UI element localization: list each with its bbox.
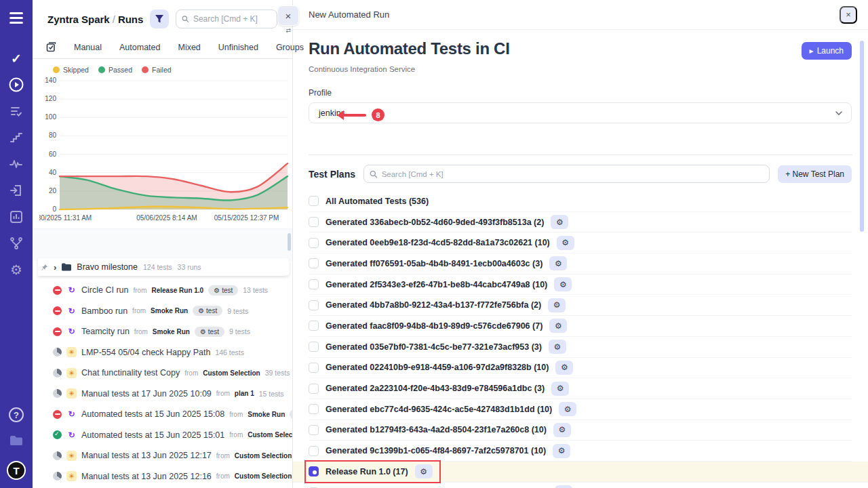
milestone-row[interactable]: › Bravo milestone 124 tests 33 runs xyxy=(38,258,290,276)
plan-settings-gear-icon[interactable]: ⚙ xyxy=(557,236,574,250)
menu-icon[interactable] xyxy=(8,12,24,24)
plan-checkbox[interactable] xyxy=(309,446,319,456)
run-name[interactable]: Teamcity run xyxy=(81,327,130,336)
test-plan-row[interactable]: Generated ff076591-05ab-4b4b-8491-1ecb00… xyxy=(309,253,852,274)
analytics-icon[interactable] xyxy=(8,209,24,225)
test-plans-search-input[interactable] xyxy=(382,170,764,178)
run-list-item[interactable]: ↻Automated tests at 15 Jun 2025 15:08fro… xyxy=(53,404,292,425)
plan-label[interactable]: Release Run 1.0 (17) xyxy=(326,467,408,476)
plan-checkbox[interactable] xyxy=(309,258,319,268)
tab-automated[interactable]: Automated xyxy=(119,43,160,52)
panel-close-icon[interactable]: × xyxy=(277,5,299,26)
test-plan-row[interactable]: Generated 022410b9-e918-4459-a106-97d2a9… xyxy=(309,358,852,379)
settings-gear-icon[interactable]: ⚙ xyxy=(8,262,24,278)
run-name[interactable]: Chat functinality test Copy xyxy=(81,368,180,378)
plan-label[interactable]: All Automated Tests (536) xyxy=(326,197,429,206)
tab-manual[interactable]: Manual xyxy=(74,43,102,52)
plan-settings-gear-icon[interactable]: ⚙ xyxy=(549,340,566,354)
profile-select[interactable]: jenkins 8 xyxy=(309,102,852,123)
test-tag-badge[interactable]: ⚙test xyxy=(195,327,224,337)
app-logo[interactable]: T xyxy=(7,461,26,480)
test-plan-row[interactable]: Generated 4bb7a8b0-9212-43a4-b137-f772fe… xyxy=(309,295,852,316)
test-plan-row[interactable]: Generated 035e7bf0-7381-4c5c-be77-321e73… xyxy=(309,337,852,358)
test-plan-row[interactable]: Generated faac8f09-94b8-4b19-89d9-c576cd… xyxy=(309,316,852,337)
plan-settings-gear-icon[interactable]: ⚙ xyxy=(549,256,567,270)
test-plan-row[interactable]: Generated 9c1399b1-c065-4f84-8697-7af2c5… xyxy=(309,441,852,462)
run-list-item[interactable]: ✳Manual tests at 17 Jun 2025 10:09frompl… xyxy=(53,384,292,405)
plan-checkbox[interactable] xyxy=(309,217,319,227)
test-plan-row[interactable]: Generated 2a223104-f20e-4b43-83d9-e78459… xyxy=(309,378,852,399)
plan-label[interactable]: Generated ebc77c4d-9635-424c-ac5e-427483… xyxy=(326,405,552,414)
projects-folder-icon[interactable] xyxy=(8,432,24,449)
run-name[interactable]: LMP-554 05/04 check Happy Path xyxy=(81,348,210,357)
pulse-icon[interactable] xyxy=(8,156,24,172)
run-list-item[interactable]: ✳Manual tests at 13 Jun 2025 12:16fromCu… xyxy=(53,466,292,487)
plan-checkbox[interactable] xyxy=(309,404,319,414)
new-test-plan-button[interactable]: + New Test Plan xyxy=(778,165,852,183)
chevron-right-icon[interactable]: › xyxy=(54,263,56,272)
plan-label[interactable]: Generated 9c1399b1-c065-4f84-8697-7af2c5… xyxy=(326,446,546,455)
run-list-item[interactable]: ↻Automated tests at 15 Jun 2025 15:01fro… xyxy=(53,425,292,446)
multi-select-icon[interactable] xyxy=(46,42,56,52)
run-name[interactable]: Bamboo run xyxy=(81,306,127,316)
filter-button[interactable] xyxy=(150,9,169,28)
tab-groups[interactable]: Groups xyxy=(276,43,304,52)
run-list-item[interactable]: ✳Chat functinality test CopyfromCustom S… xyxy=(53,363,292,384)
plan-checkbox[interactable] xyxy=(309,342,319,352)
import-icon[interactable] xyxy=(8,182,24,199)
plan-checkbox[interactable] xyxy=(309,466,319,476)
test-plan-row[interactable]: Generated ebc77c4d-9635-424c-ac5e-427483… xyxy=(309,399,852,420)
test-tag-badge[interactable]: ⚙test xyxy=(208,285,238,296)
run-name[interactable]: Automated tests at 15 Jun 2025 15:01 xyxy=(81,430,224,440)
legend-item[interactable]: Passed xyxy=(98,66,132,74)
plan-settings-gear-icon[interactable]: ⚙ xyxy=(554,277,572,291)
right-scrollbar-thumb[interactable] xyxy=(860,41,864,232)
test-plan-row[interactable]: Generated b12794f3-643a-4a2d-8504-23f1e7… xyxy=(309,420,852,441)
run-name[interactable]: Automated tests at 15 Jun 2025 15:08 xyxy=(81,409,224,419)
plan-checkbox[interactable] xyxy=(309,321,319,331)
plan-label[interactable]: Generated 4bb7a8b0-9212-43a4-b137-f772fe… xyxy=(326,300,541,310)
test-plan-row[interactable]: All Automated Tests (536) xyxy=(309,191,852,212)
runs-search-input[interactable] xyxy=(193,14,272,24)
launch-button[interactable]: ▸ Launch xyxy=(802,42,852,60)
run-list-item[interactable]: ↻Circle CI runfromRelease Run 1.0⚙test13… xyxy=(53,280,292,301)
plan-settings-gear-icon[interactable]: ⚙ xyxy=(553,444,570,458)
run-name[interactable]: Manual tests at 13 Jun 2025 12:16 xyxy=(81,472,212,481)
plan-settings-gear-icon[interactable]: ⚙ xyxy=(559,402,576,416)
test-plan-row-selected[interactable]: Release Run 1.0 (17)⚙ xyxy=(293,462,868,483)
plan-label[interactable]: Generated faac8f09-94b8-4b19-89d9-c576cd… xyxy=(326,321,542,331)
test-plan-row[interactable]: Generated 2f5343e3-ef26-47b1-be8b-44cabc… xyxy=(309,274,852,296)
test-plans-list-icon[interactable] xyxy=(8,103,24,119)
plan-checkbox[interactable] xyxy=(309,196,319,206)
branches-icon[interactable] xyxy=(8,235,24,251)
run-name[interactable]: Manual tests at 13 Jun 2025 12:17 xyxy=(81,451,212,460)
plan-checkbox[interactable] xyxy=(309,425,319,435)
test-plan-row[interactable]: Generated 336abecb-0b52-4d60-9ded-493f3f… xyxy=(309,212,852,233)
plan-label[interactable]: Generated 022410b9-e918-4459-a106-97d2a9… xyxy=(326,363,549,372)
pin-icon[interactable] xyxy=(41,264,48,271)
plan-label[interactable]: Generated ff076591-05ab-4b4b-8491-1ecb00… xyxy=(326,259,542,268)
plan-settings-gear-icon[interactable]: ⚙ xyxy=(555,485,572,488)
plan-settings-gear-icon[interactable]: ⚙ xyxy=(551,382,569,396)
plan-settings-gear-icon[interactable]: ⚙ xyxy=(555,361,573,375)
plan-checkbox[interactable] xyxy=(309,384,319,394)
tests-check-icon[interactable]: ✓ xyxy=(8,50,24,66)
plan-settings-gear-icon[interactable]: ⚙ xyxy=(415,464,433,479)
plan-label[interactable]: Generated 035e7bf0-7381-4c5c-be77-321e73… xyxy=(326,342,542,352)
plan-checkbox[interactable] xyxy=(309,300,319,310)
left-scrollbar-thumb[interactable] xyxy=(288,233,291,251)
help-icon[interactable]: ? xyxy=(9,407,24,422)
run-name[interactable]: Circle CI run xyxy=(81,285,128,295)
steps-icon[interactable] xyxy=(8,129,24,146)
modal-close-icon[interactable]: × xyxy=(840,6,857,24)
test-tag-badge[interactable]: ⚙test xyxy=(290,409,292,420)
tab-mixed[interactable]: Mixed xyxy=(178,43,200,52)
plan-settings-gear-icon[interactable]: ⚙ xyxy=(551,215,568,229)
run-list-item[interactable]: ✳LMP-554 05/04 check Happy Path146 tests xyxy=(53,342,292,363)
plan-label[interactable]: Generated b12794f3-643a-4a2d-8504-23f1e7… xyxy=(326,425,547,434)
run-list-item[interactable]: ✳Manual tests at 13 Jun 2025 12:17fromCu… xyxy=(53,445,292,466)
plan-label[interactable]: Generated 2a223104-f20e-4b43-83d9-e78459… xyxy=(326,384,545,393)
legend-item[interactable]: Skipped xyxy=(53,66,89,74)
plan-checkbox[interactable] xyxy=(309,238,319,248)
plan-settings-gear-icon[interactable]: ⚙ xyxy=(553,423,571,437)
